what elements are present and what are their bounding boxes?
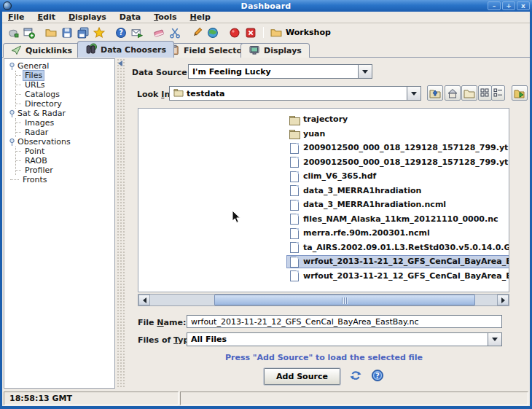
new-window-icon[interactable] <box>23 27 36 39</box>
list-item[interactable]: 2009012500_000_018_129128_157128_799.yt.… <box>138 155 509 170</box>
close-button[interactable]: x <box>517 1 530 10</box>
tree-item-urls[interactable]: URLs <box>16 80 114 90</box>
quicklinks-icon <box>11 44 22 58</box>
file-type-icon <box>289 242 300 252</box>
tree-group-sat-radar[interactable]: Sat & Radar <box>9 109 114 118</box>
workshop-button[interactable]: Workshop <box>270 27 331 39</box>
list-item[interactable]: clim_V6_365.hdf <box>138 169 509 184</box>
list-item[interactable]: data_3_MERRA1hradiation.ncml <box>138 198 509 212</box>
tree-item-raob[interactable]: RAOB <box>16 156 114 165</box>
list-item[interactable]: yuan <box>138 127 509 141</box>
tree-expand-handle-icon[interactable] <box>9 138 15 147</box>
list-item[interactable]: ta_AIRS.2002.09.01.L3.RetStd030.v5.0.14.… <box>138 241 509 255</box>
grid-view-button[interactable] <box>478 85 492 101</box>
tab-quicklinks[interactable]: Quicklinks <box>3 43 80 58</box>
status-bar: 18:58:13 GMT <box>2 391 530 406</box>
stop-icon[interactable] <box>244 27 257 39</box>
list-item[interactable]: data_3_MERRA1hradiation <box>138 184 509 198</box>
refresh-icon[interactable] <box>349 369 362 385</box>
toolbar: ? Workshop <box>2 24 530 41</box>
chevron-down-icon[interactable] <box>358 65 372 78</box>
menu-item[interactable]: File <box>8 12 25 22</box>
file-name-label: File Name: <box>138 318 186 327</box>
menu-item[interactable]: Edit <box>38 12 55 22</box>
file-type-icon <box>289 157 300 167</box>
tree-group-observations[interactable]: Observations <box>9 137 114 147</box>
add-source-button[interactable]: Add Source <box>264 368 340 385</box>
tree-item-fronts[interactable]: Fronts <box>10 175 114 184</box>
file-type-icon <box>289 257 300 267</box>
list-item[interactable]: wrfout_2013-11-21_12_GFS_CenCal_BayArea_… <box>138 269 509 284</box>
data-choosers-panel: General Files URLs Catalogs Directory Sa… <box>2 58 530 390</box>
details-view-button[interactable] <box>491 85 505 101</box>
save-icon[interactable] <box>60 27 74 39</box>
file-type-icon <box>289 128 300 139</box>
minimize-button[interactable]: – <box>488 1 501 10</box>
scrollbar-thumb[interactable] <box>214 295 475 305</box>
save-as-icon[interactable] <box>77 27 90 39</box>
file-name-input[interactable]: wrfout_2013-11-21_12_GFS_CenCal_BayArea_… <box>187 315 502 328</box>
file-list[interactable]: trajectory yuan 2009012500_000_018_12912… <box>138 108 509 292</box>
up-one-level-button[interactable] <box>427 85 443 101</box>
tree-item-profiler[interactable]: Profiler <box>16 165 114 175</box>
list-item[interactable]: wrfout_2013-11-21_12_GFS_CenCal_BayArea_… <box>138 254 509 269</box>
status-hint: Press "Add Source" to load the selected … <box>125 353 523 362</box>
new-folder-button[interactable] <box>461 85 477 101</box>
menu-item[interactable]: Help <box>190 12 211 22</box>
tab-bar: Quicklinks Data Choosers Field Selector … <box>2 41 530 58</box>
globe-icon[interactable] <box>206 27 219 39</box>
list-item[interactable]: 2009012500_000_018_129128_157128_799.yt.… <box>138 141 509 155</box>
chevron-down-icon[interactable] <box>407 87 420 100</box>
menu-item[interactable]: Displays <box>69 12 106 22</box>
open-selected-button[interactable] <box>512 85 528 101</box>
folder-icon <box>173 87 184 99</box>
dashboard-window: Dashboard – + x File Edit Displays Data … <box>0 0 532 409</box>
binoculars-icon <box>85 43 97 57</box>
tree-item-images[interactable]: Images <box>16 118 114 128</box>
tree-item-directory[interactable]: Directory <box>16 99 114 109</box>
help-icon[interactable]: ? <box>371 369 384 385</box>
eraser-icon[interactable] <box>152 27 165 39</box>
cut-scissors-icon[interactable] <box>168 27 181 39</box>
file-type-icon <box>289 171 300 182</box>
record-icon[interactable] <box>228 27 241 39</box>
support-message-icon[interactable] <box>130 27 144 39</box>
scroll-right-icon[interactable] <box>497 295 509 305</box>
tab-data-choosers[interactable]: Data Choosers <box>77 41 174 58</box>
toolbar-separator <box>263 27 264 38</box>
tree-item-files[interactable]: Files <box>16 71 114 80</box>
list-item[interactable]: merra.rfe.90m.200301.ncml <box>138 226 509 241</box>
maximize-button[interactable]: + <box>502 1 515 10</box>
tree-group-general[interactable]: General <box>9 61 114 71</box>
horizontal-scrollbar[interactable] <box>138 294 509 306</box>
file-type-icon <box>289 228 300 238</box>
tree-expand-handle-icon[interactable] <box>9 109 15 118</box>
scrollbar-track[interactable] <box>150 295 497 305</box>
list-item[interactable]: files_NAM_Alaska_11km_20121110_0000.nc <box>138 212 509 227</box>
data-source-type-select[interactable]: I'm Feeling Lucky <box>188 64 372 79</box>
menu-item[interactable]: Data <box>120 12 141 22</box>
tree-item-catalogs[interactable]: Catalogs <box>16 90 114 99</box>
files-of-type-select[interactable]: All Files <box>187 332 502 346</box>
home-button[interactable] <box>445 85 461 101</box>
chevron-down-icon[interactable] <box>488 333 501 346</box>
scroll-left-icon[interactable] <box>138 295 150 305</box>
status-message <box>180 392 528 405</box>
favorites-star-icon[interactable] <box>93 27 106 39</box>
menu-item[interactable]: Tools <box>154 12 176 22</box>
workshop-folder-icon <box>270 27 283 39</box>
help-ball-icon[interactable]: ? <box>114 27 128 39</box>
open-folder-icon[interactable] <box>44 27 58 39</box>
chooser-tree: General Files URLs Catalogs Directory Sa… <box>4 59 114 184</box>
title-bar[interactable]: Dashboard – + x <box>0 0 532 12</box>
collapse-left-icon[interactable] <box>118 61 122 66</box>
split-pane-divider[interactable] <box>117 58 125 389</box>
look-in-select[interactable]: testdata <box>169 86 421 101</box>
list-item[interactable]: trajectory <box>138 112 509 127</box>
tree-item-point[interactable]: Point <box>16 147 114 156</box>
tab-displays[interactable]: Displays <box>240 43 310 58</box>
show-dashboard-icon[interactable] <box>7 27 20 39</box>
edit-pencil-icon[interactable] <box>190 27 203 39</box>
tree-item-radar[interactable]: Radar <box>16 128 114 137</box>
tree-expand-handle-icon[interactable] <box>9 62 15 71</box>
